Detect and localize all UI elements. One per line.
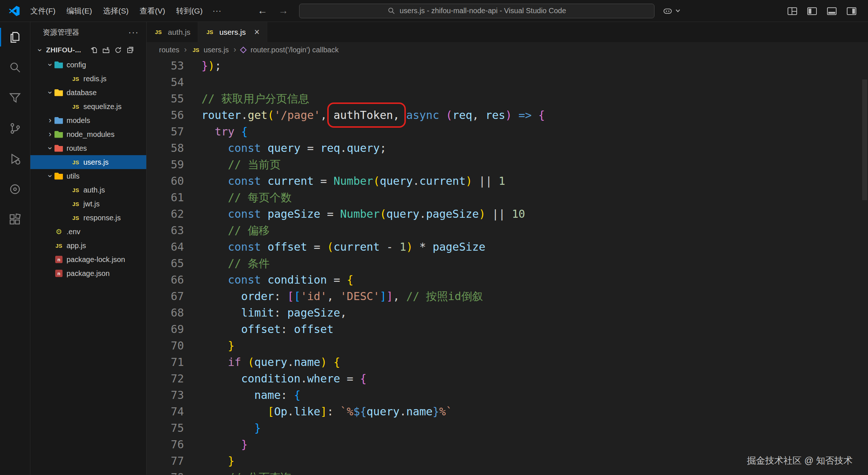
menu-item[interactable]: 文件(F) (25, 3, 61, 19)
tree-item-label: package.json (67, 269, 110, 278)
code-token: name (254, 389, 281, 401)
code-token: [ (268, 405, 274, 418)
toggle-panel-button[interactable] (825, 4, 839, 18)
tree-item-sequelize.js[interactable]: JSsequelize.js (30, 100, 146, 113)
activitybar-remote-explorer[interactable] (0, 174, 30, 204)
code-token: // 按照id倒叙 (406, 290, 483, 303)
code-line: 66 const condition = { (147, 272, 868, 288)
tree-item-app.js[interactable]: JSapp.js (30, 239, 146, 253)
activity-bar (0, 22, 30, 475)
code-token: . (419, 207, 426, 220)
activitybar-explorer[interactable] (0, 22, 30, 52)
code-token: req (452, 109, 472, 121)
activitybar-search[interactable] (0, 52, 30, 83)
code-token: = (320, 207, 340, 220)
tree-item-auth.js[interactable]: JSauth.js (30, 183, 146, 197)
folder-icon (54, 61, 63, 68)
tab-users.js[interactable]: JSusers.js× (198, 22, 267, 42)
tree-item-users.js[interactable]: JSusers.js (30, 155, 146, 169)
code-token: query (386, 207, 419, 220)
tree-item-routes[interactable]: ›routes (30, 141, 146, 155)
breadcrumb-item[interactable]: router.post('/login') callback (241, 46, 339, 54)
line-number: 61 (147, 189, 201, 206)
activitybar-extensions[interactable] (0, 204, 30, 235)
tree-item-utils[interactable]: ›utils (30, 169, 146, 183)
code-token: } (201, 59, 208, 72)
line-content: // 获取用户分页信息 (201, 90, 309, 107)
menu-item[interactable]: 转到(G) (171, 3, 208, 19)
customize-layout-button[interactable] (785, 4, 799, 18)
code-token (201, 257, 228, 270)
tree-item-database[interactable]: ›database (30, 86, 146, 100)
menu-item[interactable]: 查看(V) (134, 3, 171, 19)
history-forward-button[interactable]: → (278, 5, 288, 16)
activitybar-filter[interactable] (0, 83, 30, 113)
chevron-icon: › (36, 46, 44, 55)
new-file-icon[interactable] (90, 46, 98, 54)
code-editor[interactable]: 53});5455// 获取用户分页信息56router.get('/page'… (147, 57, 868, 475)
menu-item[interactable]: 编辑(E) (61, 3, 98, 19)
new-folder-icon[interactable] (102, 46, 110, 54)
js-file-icon: JS (71, 159, 80, 165)
project-root-row[interactable]: › ZHIFOU-... (30, 42, 146, 58)
tree-item-node_modules[interactable]: ›node_modules (30, 127, 146, 141)
tree-item-response.js[interactable]: JSresponse.js (30, 211, 146, 225)
toggle-secondary-sidebar-button[interactable] (845, 4, 858, 18)
tree-item-redis.js[interactable]: JSredis.js (30, 72, 146, 86)
source-control-icon (8, 122, 22, 135)
code-token: : (274, 290, 287, 303)
tree-item-package.json[interactable]: npackage.json (30, 266, 146, 280)
tree-item-config[interactable]: ›config (30, 58, 146, 72)
activitybar-source-control[interactable] (0, 113, 30, 143)
line-content: const condition = { (201, 272, 353, 288)
code-line: 76 } (147, 436, 868, 453)
tree-item-models[interactable]: ›models (30, 113, 146, 127)
tree-item-label: database (67, 89, 97, 97)
code-token: query (347, 142, 380, 154)
menu-item[interactable]: 选择(S) (98, 3, 134, 19)
breadcrumb-item[interactable]: routes (159, 46, 180, 54)
activitybar-run-debug[interactable] (0, 143, 30, 174)
line-number: 75 (147, 420, 201, 436)
tree-item-jwt.js[interactable]: JSjwt.js (30, 197, 146, 211)
code-token: } (228, 339, 234, 352)
command-center[interactable]: users.js - zhifou-mall-node-api - Visual… (299, 4, 654, 18)
code-token: const (228, 273, 261, 286)
menu-overflow-button[interactable]: ··· (208, 4, 226, 18)
explorer-more-button[interactable]: ··· (128, 27, 139, 37)
tab-auth.js[interactable]: JSauth.js (147, 22, 198, 42)
code-line: 73 name: { (147, 387, 868, 403)
tree-item-label: jwt.js (83, 200, 99, 208)
close-icon[interactable]: × (254, 27, 260, 37)
copilot-menu-button[interactable] (663, 6, 680, 16)
scrollbar[interactable] (862, 79, 867, 200)
code-token: // 当前页 (228, 158, 280, 171)
code-token: offset (241, 323, 280, 336)
history-back-button[interactable]: ← (257, 5, 267, 16)
collapse-folders-icon[interactable] (127, 46, 134, 54)
tree-item-package-lock.json[interactable]: npackage-lock.json (30, 253, 146, 266)
toggle-primary-sidebar-button[interactable] (805, 4, 819, 18)
code-token: } (241, 438, 248, 451)
tree-item-label: config (67, 61, 86, 69)
js-file-icon: JS (71, 76, 80, 82)
code-token: . (400, 405, 406, 418)
remote-explorer-icon (8, 183, 22, 196)
code-token: ] (380, 290, 386, 303)
code-token: '/page' (274, 109, 320, 121)
search-icon (8, 61, 22, 74)
code-token: res (486, 109, 505, 121)
line-content: const query = req.query; (201, 140, 386, 156)
breadcrumb-item[interactable]: JSusers.js (192, 46, 229, 54)
refresh-icon[interactable] (114, 46, 122, 54)
code-token (201, 438, 241, 451)
line-content: // 分页查询 (201, 469, 291, 475)
line-content: offset: offset (201, 321, 333, 337)
line-number: 59 (147, 156, 201, 173)
tree-item-.env[interactable]: ⚙.env (30, 225, 146, 239)
tree-item-label: response.js (83, 214, 121, 222)
chevron-icon: › (46, 144, 54, 153)
line-number: 55 (147, 90, 201, 107)
code-token: pageSize (268, 207, 321, 220)
folder-icon (54, 89, 63, 96)
